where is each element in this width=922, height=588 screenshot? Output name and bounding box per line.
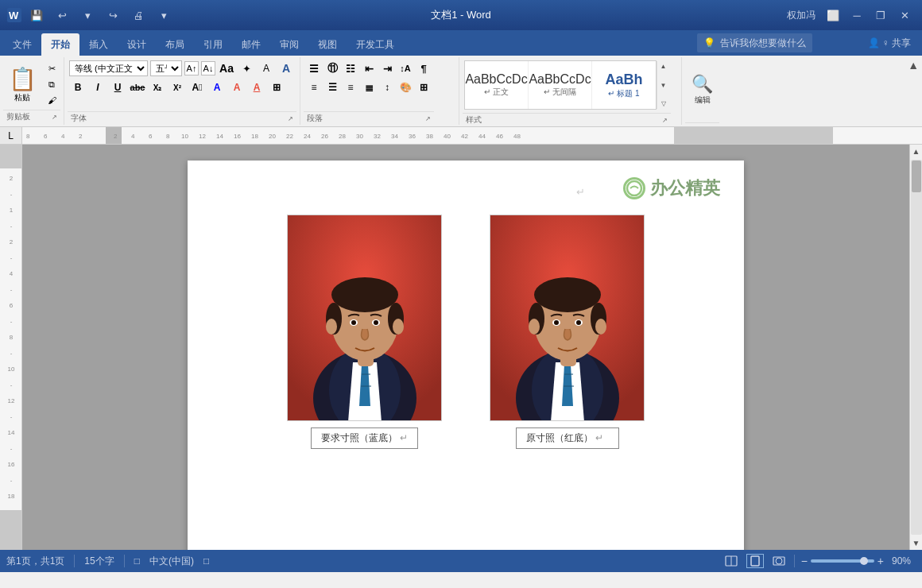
tab-file[interactable]: 文件 <box>3 33 41 56</box>
decrease-indent-button[interactable]: ⇤ <box>360 60 378 76</box>
tab-insert[interactable]: 插入 <box>79 33 118 56</box>
scroll-up-arrow[interactable]: ▲ <box>910 145 922 158</box>
tab-home[interactable]: 开始 <box>41 33 79 56</box>
customize-quick-access[interactable]: 🖨 <box>127 6 149 24</box>
align-center-button[interactable]: ☰ <box>323 79 341 95</box>
ribbon-display-options[interactable]: ⬜ <box>822 6 844 24</box>
tell-me-search[interactable]: 💡 告诉我你想要做什么 <box>697 33 812 52</box>
share-button[interactable]: 👤 ♀ 共享 <box>860 33 919 52</box>
paste-button[interactable]: 📋 粘贴 <box>3 61 41 107</box>
scroll-track[interactable] <box>911 160 922 535</box>
photo-left-caption: 要求寸照（蓝底） ↵ <box>311 427 418 449</box>
vertical-scrollbar[interactable]: ▲ ▼ <box>909 145 922 550</box>
change-case-button[interactable]: Aa <box>218 61 235 75</box>
style-normal[interactable]: AaBbCcDc ↵ 正文 <box>465 61 529 109</box>
font-name-select[interactable]: 等线 (中文正文 <box>69 60 148 76</box>
text-highlight-button[interactable]: A <box>258 61 275 75</box>
tab-developer[interactable]: 开发工具 <box>347 33 404 56</box>
increase-indent-button[interactable]: ⇥ <box>378 60 396 76</box>
tab-mailings[interactable]: 邮件 <box>232 33 270 56</box>
close-button[interactable]: ✕ <box>893 6 916 24</box>
highlight-color-button[interactable]: A <box>228 79 246 95</box>
zoom-thumb[interactable] <box>860 557 868 565</box>
tab-layout[interactable]: 布局 <box>156 33 194 56</box>
scroll-down-arrow[interactable]: ▼ <box>910 536 922 550</box>
text-effect-button[interactable]: A⃞ <box>188 79 206 95</box>
restore-button[interactable]: ❐ <box>870 6 892 24</box>
read-view-button[interactable] <box>722 554 740 568</box>
svg-text:18: 18 <box>8 493 15 500</box>
redo-button[interactable]: ↪ <box>102 6 124 24</box>
web-layout-button[interactable] <box>770 554 788 568</box>
italic-button[interactable]: I <box>89 79 107 95</box>
align-right-button[interactable]: ≡ <box>342 79 359 95</box>
save-button[interactable]: 💾 <box>25 6 48 24</box>
clear-format-button[interactable]: ✦ <box>238 61 255 75</box>
tab-references[interactable]: 引用 <box>194 33 232 56</box>
sort-button[interactable]: ↕A <box>397 60 414 76</box>
language[interactable]: 中文(中国) <box>149 555 194 568</box>
minimize-button[interactable]: ─ <box>846 6 868 24</box>
tab-design[interactable]: 设计 <box>118 33 156 56</box>
copy-button[interactable]: ⧉ <box>43 77 60 91</box>
underline-button[interactable]: U <box>109 79 126 95</box>
list-ordered-button[interactable]: ⑪ <box>323 60 341 76</box>
zoom-bar[interactable] <box>811 559 874 563</box>
undo-button[interactable]: ↩ <box>51 6 73 24</box>
tab-review[interactable]: 审阅 <box>270 33 308 56</box>
subscript-button[interactable]: X₂ <box>149 79 166 95</box>
borders-button[interactable]: ⊞ <box>415 79 432 95</box>
search-button[interactable]: 🔍 编辑 <box>685 71 719 109</box>
justify-button[interactable]: ≣ <box>360 79 378 95</box>
print-layout-button[interactable] <box>746 554 764 568</box>
collapse-ribbon-button[interactable]: ▲ <box>908 59 919 72</box>
style-heading1[interactable]: AaBh ↵ 标题 1 <box>592 61 656 109</box>
superscript-button[interactable]: X² <box>169 79 186 95</box>
align-left-button[interactable]: ≡ <box>305 79 323 95</box>
user-account[interactable]: 权加冯 <box>782 7 820 24</box>
paragraph-label[interactable]: 段落 ↗ <box>304 111 434 125</box>
word-count[interactable]: 15个字 <box>84 555 114 568</box>
text-color-button[interactable]: A <box>208 79 226 95</box>
page-info[interactable]: 第1页，共1页 <box>6 555 64 568</box>
strikethrough-button[interactable]: abc <box>129 79 146 95</box>
font-size-decrease[interactable]: A↓ <box>201 61 215 75</box>
styles-label[interactable]: 样式 ↗ <box>463 113 671 126</box>
border-button[interactable]: ⊞ <box>268 79 285 95</box>
cut-button[interactable]: ✂ <box>43 61 60 75</box>
styles-scroll-down[interactable]: ▼ <box>661 82 667 89</box>
document-area[interactable]: 办公精英 ↵ <box>22 145 909 550</box>
zoom-level[interactable]: 90% <box>887 555 916 567</box>
ruler-scale: 8 6 4 2 2 4 6 8 10 12 14 16 18 20 22 24 … <box>22 127 922 145</box>
font-label[interactable]: 字体 ↗ <box>68 111 296 125</box>
line-spacing-button[interactable]: ↕ <box>378 79 396 95</box>
show-formatting-button[interactable]: ¶ <box>415 60 432 76</box>
zoom-plus-button[interactable]: + <box>877 555 884 567</box>
font-group: 等线 (中文正文 五号 A↑ A↓ Aa ✦ A A B I U abc <box>64 57 300 125</box>
font-size-select[interactable]: 五号 <box>150 60 182 76</box>
svg-text:26: 26 <box>321 133 328 140</box>
font-color-button[interactable]: A <box>277 61 295 75</box>
undo-dropdown[interactable]: ▾ <box>76 6 99 24</box>
svg-point-91 <box>529 319 540 335</box>
customize-dropdown[interactable]: ▾ <box>153 6 175 24</box>
font-color2-button[interactable]: A <box>248 79 265 95</box>
font-size-increase[interactable]: A↑ <box>184 61 199 75</box>
search-placeholder-text: 告诉我你想要做什么 <box>720 37 806 50</box>
photo-left-frame <box>287 215 442 421</box>
tab-view[interactable]: 视图 <box>308 33 347 56</box>
styles-scroll-up[interactable]: ▲ <box>661 63 667 70</box>
shading-button[interactable]: 🎨 <box>397 79 414 95</box>
multilevel-list-button[interactable]: ☷ <box>342 60 359 76</box>
svg-text:22: 22 <box>286 133 293 140</box>
bold-button[interactable]: B <box>69 79 87 95</box>
clipboard-label[interactable]: 剪贴板 ↗ <box>3 110 60 123</box>
scroll-thumb[interactable] <box>912 161 921 192</box>
list-unordered-button[interactable]: ☰ <box>305 60 323 76</box>
style-no-spacing[interactable]: AaBbCcDc ↵ 无间隔 <box>529 61 592 109</box>
styles-expand[interactable]: ▽ <box>661 100 666 107</box>
format-painter-button[interactable]: 🖌 <box>43 93 60 107</box>
svg-text:-: - <box>10 350 13 357</box>
zoom-minus-button[interactable]: − <box>801 555 808 567</box>
ruler-corner: L <box>0 127 22 145</box>
